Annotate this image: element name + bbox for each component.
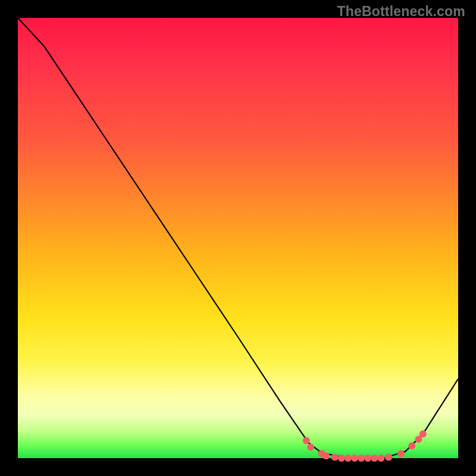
marker-dot	[378, 455, 385, 462]
marker-dot	[307, 444, 314, 451]
bottleneck-curve	[18, 18, 458, 458]
marker-dot	[397, 450, 405, 458]
marker-dot	[322, 452, 330, 459]
marker-dot	[419, 430, 427, 437]
marker-dot	[303, 437, 310, 444]
marker-dot	[385, 454, 392, 461]
marker-dot	[358, 455, 365, 462]
marker-dot	[351, 455, 358, 462]
marker-dot	[371, 455, 378, 462]
marker-dot	[408, 442, 415, 449]
curve-layer	[18, 18, 458, 458]
marker-dot	[345, 455, 352, 462]
watermark-text: TheBottleneck.com	[337, 4, 465, 20]
marker-dot	[364, 455, 371, 462]
marker-dot	[331, 454, 339, 461]
marker-dot	[338, 455, 345, 462]
optimal-range-markers	[303, 430, 427, 462]
chart-stage: TheBottleneck.com	[0, 0, 476, 476]
